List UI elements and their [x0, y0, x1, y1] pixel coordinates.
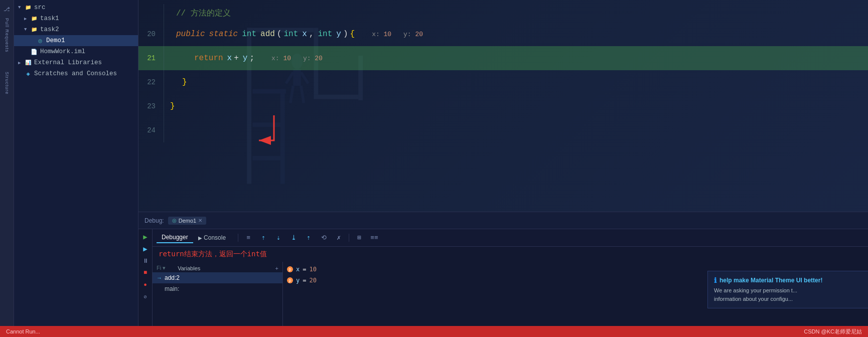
git-icon[interactable]: ⎇	[2, 4, 13, 15]
code-line-comment: // 方法的定义	[138, 4, 868, 22]
notification-panel: ℹ help make Material Theme UI better! We…	[707, 271, 868, 308]
param-x: x	[302, 30, 307, 39]
status-cannot-run: Cannot Run...	[6, 328, 40, 334]
notification-title: ℹ help make Material Theme UI better!	[714, 276, 862, 284]
expand-arrow-task1: ▶	[24, 16, 30, 22]
param-type-x: int	[283, 30, 298, 39]
code-line-24: 24	[138, 118, 868, 142]
notification-body: We are asking your permission t... infor…	[714, 286, 862, 303]
debug-tab-icon: ◎	[172, 218, 177, 223]
add-watch-btn[interactable]: +	[275, 265, 278, 271]
tab-console[interactable]: ▶ Console	[193, 233, 231, 243]
debug-settings-btn[interactable]: ≡≡	[367, 231, 381, 244]
line-content-comment: // 方法的定义	[164, 8, 868, 19]
frame-filter: Fi ▾ Variables +	[153, 264, 282, 272]
pull-requests-icon[interactable]: Pull Requests	[2, 18, 13, 53]
expand-arrow-task2: ▼	[24, 27, 30, 32]
toolbar-sep-2	[349, 234, 349, 242]
drop-frame-btn[interactable]: ✗	[332, 231, 346, 244]
code-editor: // 方法的定义 20 public static int add	[138, 0, 868, 212]
info-icon: ℹ	[714, 276, 716, 284]
structure-icon[interactable]: Structure	[2, 69, 13, 97]
tree-label-demo1: Demo1	[46, 37, 65, 44]
var-y-bullet: p	[287, 277, 293, 283]
folder-icon-src: 📁	[24, 4, 32, 12]
debug-hint-text: return结束方法，返回一个int值	[153, 247, 868, 262]
kw-public: public	[176, 30, 205, 39]
debug-side-icons: ▶ ▶ ⏸ ■ ● ⊘	[138, 229, 153, 326]
breakpoints-btn[interactable]: ●	[140, 279, 151, 290]
paren-open: (	[277, 30, 282, 39]
code-line-23: 23 }	[138, 94, 868, 118]
mute-btn[interactable]: ⊘	[140, 291, 151, 302]
expand-arrow-src: ▼	[18, 5, 24, 10]
scratch-icon: ◈	[24, 70, 32, 78]
console-icon: ▶	[198, 235, 202, 241]
run-to-cursor-btn[interactable]: ⟲	[317, 231, 331, 244]
var-x-value: 10	[309, 266, 316, 273]
frame-main[interactable]: → main:	[153, 283, 282, 294]
code-line-20: 20 public static int add ( int x	[138, 22, 868, 46]
kw-return: return	[194, 54, 223, 63]
restore-breakpoints-btn[interactable]: ⊞	[352, 231, 366, 244]
tree-label-homwwork: HomwWork.iml	[40, 48, 85, 55]
toolbar-sep-1	[238, 234, 238, 242]
folder-icon-task1: 📁	[30, 15, 38, 23]
iml-icon-homwwork: 📄	[30, 48, 38, 56]
param-type-y: int	[318, 30, 332, 39]
step-into-my-code-btn[interactable]: ⤓	[286, 231, 301, 244]
filter-label[interactable]: Fi ▾	[157, 265, 166, 271]
line-number-24: 24	[138, 126, 164, 134]
fn-add: add	[260, 30, 275, 39]
debug-toolbar: Debugger ▶ Console ≡ ⇡ ⇣ ⤓ ⇡	[153, 229, 868, 247]
tree-item-src[interactable]: ▼ 📁 src	[14, 2, 138, 13]
var-y: y	[243, 54, 248, 63]
var-y-eq: =	[303, 277, 306, 284]
var-y-name: y	[296, 277, 300, 284]
line-number-23: 23	[138, 102, 164, 110]
code-line-21: 21 return x + y ; x: 10 y:	[138, 46, 868, 70]
notification-title-text: help make Material Theme UI better!	[719, 277, 822, 284]
folder-icon-task2: 📁	[30, 26, 38, 34]
var-x: x	[227, 54, 232, 63]
brace-close-class: }	[170, 102, 175, 111]
var-x-name: x	[296, 266, 300, 273]
step-over-btn[interactable]: ⇡	[256, 231, 270, 244]
debug-session-tab[interactable]: ◎ Demo1 ✕	[168, 217, 206, 225]
tree-item-scratches[interactable]: ◈ Scratches and Consoles	[14, 68, 138, 79]
comma: ,	[309, 30, 314, 39]
frame-add[interactable]: → add:2	[153, 272, 282, 283]
line-content-20: public static int add ( int x , in	[164, 30, 868, 39]
expand-arrow-extlibs: ▶	[18, 60, 24, 66]
show-exec-btn[interactable]: ≡	[241, 231, 255, 244]
stop-btn[interactable]: ■	[140, 267, 151, 278]
left-icon-bar: ⎇ Pull Requests Structure	[0, 0, 14, 326]
debug-header: Debug: ◎ Demo1 ✕	[138, 212, 868, 229]
tree-item-task1[interactable]: ▶ 📁 task1	[14, 13, 138, 24]
debug-panel: Debug: ◎ Demo1 ✕ ▶ ▶ ⏸ ■ ● ⊘	[138, 212, 868, 326]
debug-tab-close[interactable]: ✕	[198, 218, 202, 223]
var-x-bullet: p	[287, 266, 293, 272]
tab-debugger[interactable]: Debugger	[157, 232, 193, 243]
step-into-btn[interactable]: ⇣	[271, 231, 285, 244]
debug-hint-20: x: 10 y: 20	[372, 31, 423, 38]
tree-item-homwwork[interactable]: 📄 HomwWork.iml	[14, 46, 138, 57]
notification-line-1: We are asking your permission t...	[714, 286, 862, 295]
resume-btn[interactable]: ▶	[140, 243, 151, 254]
debug-tab-label: Demo1	[179, 218, 196, 224]
java-icon-demo1: ◎	[36, 37, 44, 45]
code-lines-container: // 方法的定义 20 public static int add	[138, 0, 868, 212]
project-sidebar: ▼ 📁 src ▶ 📁 task1 ▼ 📁 task2	[14, 0, 138, 326]
pause-btn[interactable]: ⏸	[140, 255, 151, 266]
code-line-22: 22 }	[138, 70, 868, 94]
tree-item-external-libs[interactable]: ▶ 📊 External Libraries	[14, 57, 138, 68]
var-x-eq: =	[303, 266, 306, 273]
tree-item-task2[interactable]: ▼ 📁 task2	[14, 24, 138, 35]
tree-item-demo1[interactable]: ◎ Demo1	[14, 35, 138, 46]
line-number-22: 22	[138, 78, 164, 86]
line-number-20: 20	[138, 30, 164, 38]
debug-label: Debug:	[144, 217, 164, 224]
line-content-23: }	[164, 102, 868, 111]
step-out-btn[interactable]: ⇡	[302, 231, 316, 244]
rerun-btn[interactable]: ▶	[140, 231, 151, 242]
